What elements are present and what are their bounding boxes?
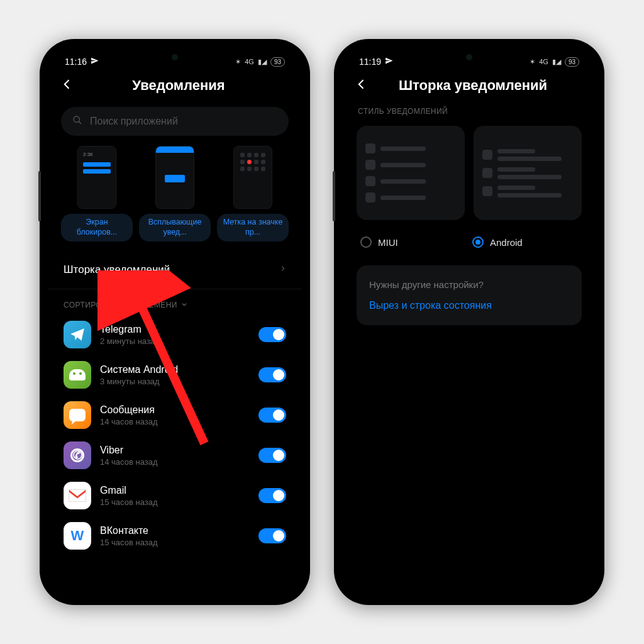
app-name: Сообщения	[100, 404, 250, 416]
app-sub: 2 минуты назад	[100, 336, 250, 346]
battery-indicator: 93	[270, 57, 285, 67]
badge-preview[interactable]	[233, 146, 272, 209]
app-row-android-system[interactable]: Система Android 3 минуты назад	[52, 355, 297, 395]
app-sub: 3 минуты назад	[100, 377, 250, 386]
back-button[interactable]	[355, 77, 372, 94]
app-name: Gmail	[100, 485, 250, 496]
app-sub: 15 часов назад	[100, 538, 250, 547]
radio-off-icon	[360, 236, 372, 248]
search-placeholder: Поиск приложений	[90, 116, 178, 127]
status-time: 11:19	[359, 57, 381, 67]
phone-left: 11:16 ✶ 4G ▮◢ 93 Уведомления	[40, 39, 310, 605]
floating-preview[interactable]	[155, 146, 194, 209]
app-row-gmail[interactable]: Gmail 15 часов назад	[52, 475, 297, 516]
page-title: Уведомления	[85, 77, 272, 94]
bluetooth-icon: ✶	[235, 58, 241, 66]
style-android-preview[interactable]	[474, 126, 582, 220]
side-scroll-indicator	[38, 171, 41, 221]
radio-android[interactable]: Android	[472, 236, 578, 248]
gmail-icon	[64, 482, 91, 509]
phone-right: 11:19 ✶ 4G ▮◢ 93 Шторка уведомлений СТИЛ…	[334, 39, 604, 605]
chevron-right-icon	[280, 263, 286, 276]
toggle-vk[interactable]	[258, 528, 286, 543]
shade-row-label: Шторка уведомлений	[64, 264, 170, 276]
search-input[interactable]: Поиск приложений	[61, 107, 289, 136]
viber-icon	[64, 441, 91, 469]
page-title: Шторка уведомлений	[379, 77, 567, 94]
chevron-down-icon	[181, 301, 187, 309]
app-name: Viber	[100, 445, 250, 456]
notification-shade-link[interactable]: Шторка уведомлений	[48, 250, 301, 289]
app-name: ВКонтакте	[100, 525, 250, 536]
android-icon	[64, 361, 91, 389]
style-miui-preview[interactable]	[357, 126, 465, 220]
more-settings-question: Нужны другие настройки?	[369, 279, 569, 290]
radio-on-icon	[472, 236, 484, 248]
lockscreen-preview[interactable]: 2:36	[77, 146, 116, 209]
floating-card-label[interactable]: Всплывающие увед...	[139, 214, 211, 242]
send-icon	[385, 57, 393, 67]
app-row-viber[interactable]: Viber 14 часов назад	[52, 435, 297, 475]
sort-header[interactable]: СОРТИРОВАТЬ ПО ВРЕМЕНИ	[48, 289, 301, 314]
signal-icon: ▮◢	[258, 58, 267, 66]
app-sub: 14 часов назад	[100, 457, 250, 467]
style-preview-row	[343, 126, 596, 220]
front-camera	[172, 54, 178, 60]
app-name: Система Android	[100, 364, 250, 375]
vk-icon: W	[64, 522, 91, 550]
svg-line-1	[79, 121, 81, 124]
page-header: Шторка уведомлений	[343, 70, 596, 103]
page-header: Уведомления	[48, 70, 301, 103]
app-sub: 14 часов назад	[100, 417, 250, 426]
toggle-messages[interactable]	[258, 408, 286, 423]
back-button[interactable]	[61, 77, 77, 94]
status-time: 11:16	[65, 57, 87, 67]
telegram-icon	[64, 321, 91, 348]
toggle-gmail[interactable]	[258, 488, 286, 503]
messages-icon	[64, 401, 91, 429]
section-style-header: СТИЛЬ УВЕДОМЛЕНИЙ	[343, 103, 596, 121]
send-icon	[91, 57, 99, 67]
app-name: Telegram	[100, 324, 250, 335]
lockscreen-card-label[interactable]: Экран блокиров...	[61, 214, 133, 242]
side-scroll-indicator	[333, 171, 335, 221]
toggle-telegram[interactable]	[258, 327, 286, 342]
cutout-statusbar-link[interactable]: Вырез и строка состояния	[369, 300, 569, 311]
front-camera	[466, 54, 472, 60]
app-row-messages[interactable]: Сообщения 14 часов назад	[52, 395, 297, 435]
svg-point-0	[74, 116, 79, 122]
notification-type-cards: 2:36 Экран блокиров... Всплывающие увед.…	[48, 146, 301, 242]
toggle-android-system[interactable]	[258, 367, 286, 382]
bluetooth-icon: ✶	[530, 58, 535, 66]
signal-icon: ▮◢	[552, 58, 561, 66]
network-label: 4G	[245, 58, 254, 65]
search-icon	[72, 115, 82, 128]
app-row-vk[interactable]: W ВКонтакте 15 часов назад	[52, 516, 297, 556]
app-sub: 15 часов назад	[100, 497, 250, 507]
radio-miui[interactable]: MIUI	[360, 236, 466, 248]
toggle-viber[interactable]	[258, 448, 286, 463]
network-label: 4G	[539, 58, 548, 65]
app-row-telegram[interactable]: Telegram 2 минуты назад	[52, 314, 297, 355]
more-settings-card: Нужны другие настройки? Вырез и строка с…	[357, 265, 582, 325]
style-radio-group: MIUI Android	[343, 233, 596, 260]
badge-card-label[interactable]: Метка на значке пр...	[217, 214, 289, 242]
app-list: Telegram 2 минуты назад Система Android …	[48, 314, 301, 556]
battery-indicator: 93	[565, 57, 579, 67]
